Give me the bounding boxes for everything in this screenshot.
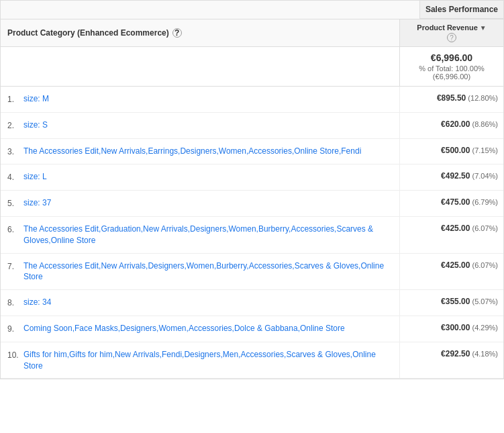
row-number: 2. xyxy=(7,119,19,132)
table-row: 10.Gifts for him,Gifts for him,New Arriv… xyxy=(1,342,503,379)
revenue-cell: €620.00 (8.86%) xyxy=(399,113,503,138)
category-link: size: M xyxy=(23,93,49,105)
revenue-amount: €500.00 xyxy=(441,146,470,155)
category-link: size: 37 xyxy=(23,197,51,209)
row-number: 3. xyxy=(7,146,19,158)
report-table: Sales Performance Product Category (Enha… xyxy=(0,0,504,379)
table-row: 3.The Accessories Edit,New Arrivals,Earr… xyxy=(1,139,503,165)
category-cell: 7.The Accessories Edit,New Arrivals,Desi… xyxy=(1,254,399,290)
category-link[interactable]: Coming Soon,Face Masks,Designers,Women,A… xyxy=(23,323,345,334)
table-row: 2.size: S€620.00 (8.86%) xyxy=(1,113,503,139)
category-spacer xyxy=(1,1,419,19)
category-column-header: Product Category (Enhanced Ecommerce) ? xyxy=(1,19,399,46)
data-rows-container: 1.size: M€895.50 (12.80%)2.size: S€620.0… xyxy=(1,87,503,379)
table-row: 5.size: 37€475.00 (6.79%) xyxy=(1,191,503,217)
category-cell: 6.The Accessories Edit,Graduation,New Ar… xyxy=(1,217,399,253)
category-link[interactable]: The Accessories Edit,New Arrivals,Design… xyxy=(23,260,393,283)
table-row: 9.Coming Soon,Face Masks,Designers,Women… xyxy=(1,316,503,342)
category-link: size: 34 xyxy=(23,297,51,308)
revenue-pct: (5.07%) xyxy=(470,297,498,305)
revenue-cell: €475.00 (6.79%) xyxy=(399,191,503,216)
category-cell: 5.size: 37 xyxy=(1,191,399,216)
revenue-pct: (7.04%) xyxy=(470,172,498,180)
revenue-pct: (6.07%) xyxy=(470,261,498,269)
revenue-amount: €620.00 xyxy=(441,119,470,129)
totals-category-cell xyxy=(1,47,399,86)
row-number: 4. xyxy=(7,171,19,183)
revenue-amount: €475.00 xyxy=(441,197,470,207)
row-number: 9. xyxy=(7,323,19,335)
revenue-pct: (7.15%) xyxy=(470,146,498,154)
totals-revenue-cell: €6,996.00 % of Total: 100.00% (€6,996.00… xyxy=(399,47,503,86)
category-cell: 2.size: S xyxy=(1,113,399,138)
category-cell: 8.size: 34 xyxy=(1,290,399,316)
revenue-pct: (6.79%) xyxy=(470,198,498,206)
category-link: size: L xyxy=(23,171,47,183)
revenue-pct: (4.29%) xyxy=(470,324,498,332)
category-cell: 1.size: M xyxy=(1,87,399,112)
revenue-cell: €292.50 (4.18%) xyxy=(399,342,503,379)
category-help-icon[interactable]: ? xyxy=(172,28,182,38)
revenue-amount: €425.00 xyxy=(441,224,470,233)
category-link[interactable]: The Accessories Edit,New Arrivals,Earrin… xyxy=(23,146,361,157)
sub-header-row: Product Category (Enhanced Ecommerce) ? … xyxy=(1,19,503,47)
revenue-cell: €492.50 (7.04%) xyxy=(399,164,503,190)
row-number: 8. xyxy=(7,297,19,309)
totals-row: €6,996.00 % of Total: 100.00% (€6,996.00… xyxy=(1,47,503,87)
revenue-amount: €492.50 xyxy=(441,171,470,181)
revenue-cell: €500.00 (7.15%) xyxy=(399,139,503,164)
total-amount: €6,996.00 xyxy=(405,52,498,63)
revenue-column-header: Product Revenue ▼ ? xyxy=(399,19,503,46)
table-row: 6.The Accessories Edit,Graduation,New Ar… xyxy=(1,217,503,254)
table-row: 1.size: M€895.50 (12.80%) xyxy=(1,87,503,113)
row-number: 7. xyxy=(7,260,19,273)
revenue-amount: €355.00 xyxy=(441,297,470,306)
category-cell: 4.size: L xyxy=(1,164,399,190)
revenue-cell: €425.00 (6.07%) xyxy=(399,254,503,290)
category-cell: 10.Gifts for him,Gifts for him,New Arriv… xyxy=(1,342,399,379)
revenue-pct: (12.80%) xyxy=(466,94,498,102)
table-row: 4.size: L€492.50 (7.04%) xyxy=(1,164,503,191)
revenue-cell: €300.00 (4.29%) xyxy=(399,316,503,342)
revenue-amount: €895.50 xyxy=(437,93,466,103)
sort-down-icon[interactable]: ▼ xyxy=(480,24,487,32)
category-link[interactable]: Gifts for him,Gifts for him,New Arrivals… xyxy=(23,349,393,372)
revenue-help-icon[interactable]: ? xyxy=(447,33,456,42)
revenue-amount: €300.00 xyxy=(441,323,470,332)
revenue-amount: €292.50 xyxy=(441,349,470,358)
row-number: 5. xyxy=(7,197,19,209)
row-number: 10. xyxy=(7,349,19,361)
revenue-pct: (4.18%) xyxy=(470,350,498,358)
revenue-cell: €425.00 (6.07%) xyxy=(399,217,503,253)
revenue-amount: €425.00 xyxy=(441,260,470,270)
revenue-pct: (6.07%) xyxy=(470,224,498,232)
category-link: size: S xyxy=(23,119,48,131)
table-row: 8.size: 34€355.00 (5.07%) xyxy=(1,290,503,316)
total-pct-label: % of Total: 100.00% (€6,996.00) xyxy=(405,64,498,81)
category-cell: 9.Coming Soon,Face Masks,Designers,Women… xyxy=(1,316,399,342)
row-number: 1. xyxy=(7,93,19,105)
revenue-pct: (8.86%) xyxy=(470,120,498,128)
row-number: 6. xyxy=(7,224,19,236)
category-link[interactable]: The Accessories Edit,Graduation,New Arri… xyxy=(23,224,393,246)
revenue-cell: €355.00 (5.07%) xyxy=(399,290,503,316)
category-cell: 3.The Accessories Edit,New Arrivals,Earr… xyxy=(1,139,399,164)
top-header-row: Sales Performance xyxy=(1,1,503,19)
table-row: 7.The Accessories Edit,New Arrivals,Desi… xyxy=(1,254,503,291)
sales-performance-header: Sales Performance xyxy=(419,1,503,19)
revenue-cell: €895.50 (12.80%) xyxy=(399,87,503,112)
